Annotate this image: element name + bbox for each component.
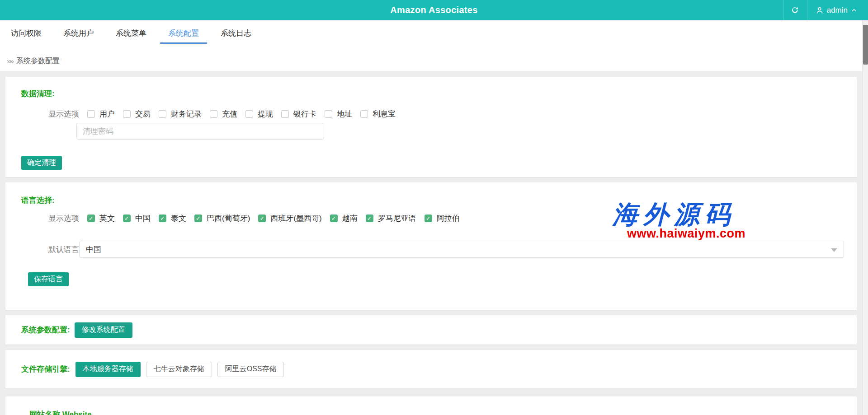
- checkbox-transaction[interactable]: [123, 110, 131, 118]
- cleanup-option-interest: 利息宝: [360, 109, 396, 119]
- cleanup-password-row: [76, 123, 857, 140]
- lang-option-vietnam: 越南: [330, 213, 358, 224]
- storage-engine-label: 文件存储引擎:: [21, 364, 70, 374]
- app-title: Amazon Associates: [0, 5, 868, 15]
- watermark-url: www.haiwaiym.com: [613, 227, 766, 241]
- save-language-button[interactable]: 保存语言: [28, 272, 69, 286]
- tab-system-users[interactable]: 系统用户: [55, 20, 102, 46]
- checkbox-brazil[interactable]: [194, 214, 202, 222]
- checkbox-bank-card[interactable]: [281, 110, 289, 118]
- breadcrumb: 系统参数配置: [0, 46, 862, 66]
- cleanup-option-address: 地址: [325, 109, 352, 119]
- default-language-select[interactable]: 中国: [79, 241, 844, 258]
- user-menu[interactable]: admin: [807, 0, 863, 20]
- system-config-label: 系统参数配置:: [21, 325, 70, 335]
- tab-access-permissions[interactable]: 访问权限: [3, 20, 50, 46]
- language-options-row: 显示选项 英文 中国 泰文 巴西(葡萄牙) 西班牙(墨西哥) 越南 罗马尼亚语: [48, 213, 857, 224]
- cleanup-option-user: 用户: [87, 109, 115, 119]
- modify-system-config-button[interactable]: 修改系统配置: [75, 322, 132, 338]
- chevron-up-icon: [851, 7, 857, 14]
- header-controls: admin: [783, 0, 863, 20]
- checkbox-withdraw[interactable]: [245, 110, 253, 118]
- default-language-label: 默认语言: [48, 244, 79, 255]
- checkbox-english[interactable]: [87, 214, 95, 222]
- user-icon: [816, 6, 824, 14]
- checkbox-arabic[interactable]: [425, 214, 432, 222]
- cleanup-options-label: 显示选项: [48, 109, 79, 119]
- tab-system-config[interactable]: 系统配置: [160, 20, 207, 46]
- cleanup-section-label: 数据清理:: [21, 89, 857, 99]
- username: admin: [827, 6, 848, 15]
- checkbox-spanish[interactable]: [258, 214, 266, 222]
- lang-option-english: 英文: [87, 213, 115, 224]
- cleanup-option-withdraw: 提现: [245, 109, 273, 119]
- checkbox-china[interactable]: [123, 214, 131, 222]
- language-card: 语言选择: 显示选项 英文 中国 泰文 巴西(葡萄牙) 西班牙(墨西哥) 越南: [5, 182, 857, 310]
- double-chevron-icon: [7, 57, 13, 66]
- cleanup-options-row: 显示选项 用户 交易 财务记录 充值 提现 银行卡 地址: [48, 109, 857, 119]
- storage-aliyun-oss-button[interactable]: 阿里云OSS存储: [217, 362, 284, 377]
- lang-option-romanian: 罗马尼亚语: [366, 213, 416, 224]
- default-language-row: 默认语言 中国: [48, 241, 857, 258]
- language-section-label: 语言选择:: [21, 195, 857, 205]
- checkbox-address[interactable]: [325, 110, 332, 118]
- storage-qiniu-button[interactable]: 七牛云对象存储: [146, 362, 212, 377]
- confirm-cleanup-button[interactable]: 确定清理: [21, 156, 62, 170]
- caret-down-icon: [831, 248, 837, 252]
- cleanup-password-input[interactable]: [76, 123, 324, 140]
- lang-option-arabic: 阿拉伯: [425, 213, 460, 224]
- selected-language: 中国: [86, 244, 101, 255]
- cleanup-option-recharge: 充值: [210, 109, 237, 119]
- data-cleanup-card: 数据清理: 显示选项 用户 交易 财务记录 充值 提现 银行卡 地址: [5, 77, 857, 177]
- checkbox-romanian[interactable]: [366, 214, 373, 222]
- language-options-label: 显示选项: [48, 213, 79, 224]
- checkbox-interest[interactable]: [360, 110, 368, 118]
- tabs-breadcrumb-panel: 访问权限 系统用户 系统菜单 系统配置 系统日志 系统参数配置: [0, 20, 862, 71]
- lang-option-spanish: 西班牙(墨西哥): [258, 213, 321, 224]
- storage-local-button[interactable]: 本地服务器存储: [75, 362, 141, 377]
- cleanup-option-financial-records: 财务记录: [159, 109, 202, 119]
- scrollbar-thumb[interactable]: [863, 25, 868, 65]
- checkbox-vietnam[interactable]: [330, 214, 338, 222]
- checkbox-recharge[interactable]: [210, 110, 217, 118]
- system-config-card: 系统参数配置: 修改系统配置: [5, 315, 857, 345]
- website-settings-card: 网站名称 Website: [5, 396, 857, 415]
- checkbox-user[interactable]: [87, 110, 95, 118]
- lang-option-thai: 泰文: [159, 213, 186, 224]
- vertical-scrollbar: [862, 20, 868, 415]
- refresh-button[interactable]: [783, 0, 807, 20]
- cleanup-option-transaction: 交易: [123, 109, 151, 119]
- cleanup-option-bank-card: 银行卡: [281, 109, 316, 119]
- app-header: Amazon Associates admin: [0, 0, 868, 20]
- checkbox-financial-records[interactable]: [159, 110, 166, 118]
- tab-system-menu[interactable]: 系统菜单: [108, 20, 155, 46]
- tab-system-logs[interactable]: 系统日志: [212, 20, 259, 46]
- storage-engine-card: 文件存储引擎: 本地服务器存储 七牛云对象存储 阿里云OSS存储: [5, 350, 857, 388]
- refresh-icon: [791, 6, 799, 14]
- tab-bar: 访问权限 系统用户 系统菜单 系统配置 系统日志: [0, 20, 862, 46]
- lang-option-china: 中国: [123, 213, 151, 224]
- lang-option-brazil: 巴西(葡萄牙): [194, 213, 250, 224]
- website-name-label: 网站名称 Website: [29, 409, 857, 415]
- breadcrumb-text: 系统参数配置: [16, 56, 60, 66]
- checkbox-thai[interactable]: [159, 214, 166, 222]
